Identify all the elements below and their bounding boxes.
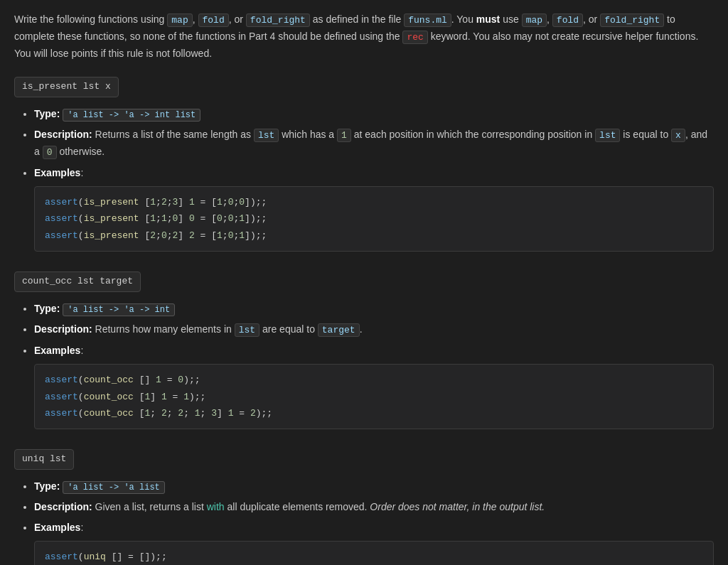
desc-label3: Description: <box>34 501 95 512</box>
examples-label3: Examples <box>34 522 80 533</box>
co-line-2: assert(count_occ [1] 1 = 1);; <box>45 389 703 405</box>
inline-rec: rec <box>402 31 427 44</box>
inline-fold-right: fold_right <box>246 14 310 27</box>
uniq-line-1: assert(uniq [] = []);; <box>45 549 703 565</box>
must-text: must <box>476 14 500 25</box>
code-line-2: assert(is_present [1;1;0] 0 = [0;0;1]);; <box>45 210 703 227</box>
type-item-count-occ: Type: 'a list -> 'a -> int <box>34 301 714 317</box>
examples-item-uniq: Examples: assert(uniq [] = []);; assert(… <box>34 520 714 565</box>
code-block-uniq: assert(uniq [] = []);; assert(uniq [1] =… <box>34 541 714 565</box>
type-badge-uniq: 'a list -> 'a list <box>63 481 165 494</box>
co-line-3: assert(count_occ [1; 2; 2; 1; 3] 1 = 2);… <box>45 405 703 421</box>
desc-label: Description: <box>34 129 95 140</box>
order-note: Order does not matter, in the output lis… <box>370 501 545 512</box>
function-header-uniq: uniq lst <box>14 449 74 470</box>
inline-map2: map <box>522 14 547 27</box>
code-block-count-occ: assert(count_occ [] 1 = 0);; assert(coun… <box>34 364 714 429</box>
section-count-occ: count_occ lst target Type: 'a list -> 'a… <box>14 271 714 429</box>
desc-label2: Description: <box>34 323 95 335</box>
type-label3: Type: <box>34 480 63 492</box>
with-text: with <box>207 501 225 512</box>
code-block-is-present: assert(is_present [1;2;3] 1 = [1;0;0]);;… <box>34 186 714 252</box>
details-list-uniq: Type: 'a list -> 'a list Description: Gi… <box>14 478 714 565</box>
function-header-count-occ: count_occ lst target <box>14 271 141 292</box>
code-line-3: assert(is_present [2;0;2] 2 = [1;0;1]);; <box>45 227 703 244</box>
section-is-present: is_present lst x Type: 'a list -> 'a -> … <box>14 77 714 252</box>
type-item-uniq: Type: 'a list -> 'a list <box>34 478 714 495</box>
inline-fold-right2: fold_right <box>600 14 664 27</box>
inline-1: 1 <box>337 129 351 142</box>
inline-funs: funs.ml <box>404 14 451 27</box>
inline-0: 0 <box>43 146 57 159</box>
function-header-is-present: is_present lst x <box>14 77 119 97</box>
intro-paragraph: Write the following functions using map,… <box>14 11 714 63</box>
details-list-count-occ: Type: 'a list -> 'a -> int Description: … <box>14 301 714 430</box>
code-line-1: assert(is_present [1;2;3] 1 = [1;0;0]);; <box>45 194 703 210</box>
inline-fold2: fold <box>552 14 583 27</box>
description-item-is-present: Description: Returns a list of the same … <box>34 127 714 161</box>
inline-map: map <box>167 14 192 27</box>
inline-x: x <box>671 129 685 142</box>
type-badge-is-present: 'a list -> 'a -> int list <box>63 109 200 122</box>
inline-lst2: lst <box>595 129 620 142</box>
examples-label2: Examples <box>34 345 80 356</box>
inline-fold: fold <box>198 14 229 27</box>
examples-item-count-occ: Examples: assert(count_occ [] 1 = 0);; a… <box>34 343 714 430</box>
type-label2: Type: <box>34 303 63 314</box>
type-badge-count-occ: 'a list -> 'a -> int <box>63 303 175 316</box>
inline-lst-co: lst <box>235 323 259 337</box>
section-uniq: uniq lst Type: 'a list -> 'a list Descri… <box>14 449 714 565</box>
description-item-count-occ: Description: Returns how many elements i… <box>34 321 714 338</box>
inline-lst1: lst <box>254 129 279 142</box>
description-item-uniq: Description: Given a list, returns a lis… <box>34 499 714 515</box>
inline-target: target <box>318 323 360 337</box>
examples-item-is-present: Examples: assert(is_present [1;2;3] 1 = … <box>34 165 714 252</box>
type-label: Type: <box>34 108 63 119</box>
type-item-is-present: Type: 'a list -> 'a -> int list <box>34 106 714 122</box>
examples-label: Examples <box>34 167 80 178</box>
details-list-is-present: Type: 'a list -> 'a -> int list Descript… <box>14 106 714 252</box>
co-line-1: assert(count_occ [] 1 = 0);; <box>45 372 703 388</box>
